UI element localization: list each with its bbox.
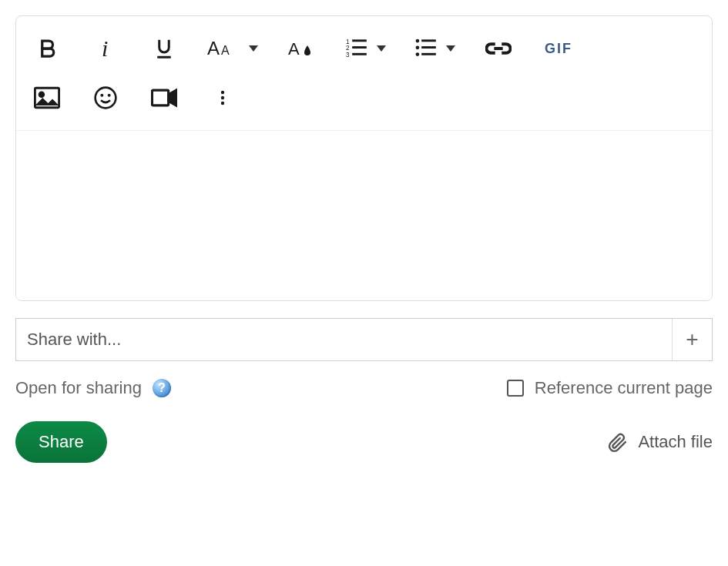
italic-icon: i (94, 37, 117, 60)
ordered-list-dropdown[interactable]: 1 2 3 (344, 33, 386, 64)
svg-rect-14 (421, 46, 436, 49)
font-size-icon: A A (207, 37, 241, 60)
chevron-down-icon (249, 45, 258, 52)
svg-rect-8 (352, 46, 367, 49)
toolbar-row-2 (32, 73, 696, 122)
svg-point-21 (100, 94, 103, 97)
emoji-icon (93, 85, 118, 110)
unordered-list-dropdown[interactable] (414, 33, 455, 64)
svg-point-24 (221, 91, 224, 94)
video-icon (151, 86, 177, 109)
svg-point-15 (416, 52, 420, 56)
options-row: Open for sharing ? Reference current pag… (15, 378, 713, 398)
svg-rect-12 (421, 39, 436, 42)
editor-container: i A A A (15, 15, 713, 301)
svg-rect-16 (421, 53, 436, 55)
share-button[interactable]: Share (15, 421, 107, 463)
help-icon[interactable]: ? (153, 379, 171, 397)
svg-text:A: A (288, 39, 300, 59)
attach-file-label: Attach file (638, 432, 713, 452)
add-recipient-button[interactable]: + (672, 319, 712, 360)
unordered-list-icon (414, 38, 438, 59)
more-vertical-icon (213, 86, 232, 109)
emoji-button[interactable] (90, 82, 121, 113)
svg-text:A: A (221, 44, 230, 57)
bold-button[interactable] (32, 33, 62, 64)
svg-point-26 (221, 102, 224, 105)
video-button[interactable] (149, 82, 179, 113)
toolbar: i A A A (16, 16, 712, 131)
italic-button[interactable]: i (90, 33, 121, 64)
paperclip-icon (607, 431, 629, 453)
svg-point-13 (416, 46, 420, 50)
svg-point-20 (96, 88, 116, 109)
editor-textarea[interactable] (16, 131, 712, 300)
text-color-icon: A (288, 37, 314, 60)
chevron-down-icon (377, 45, 386, 52)
link-icon (485, 37, 512, 60)
chevron-down-icon (446, 45, 455, 52)
share-with-row: + (15, 318, 713, 361)
ordered-list-icon: 1 2 3 (344, 38, 369, 59)
reference-page-label: Reference current page (535, 378, 713, 398)
reference-page-checkbox[interactable] (507, 380, 524, 397)
image-button[interactable] (32, 82, 62, 113)
svg-point-11 (416, 39, 420, 43)
svg-point-22 (108, 94, 111, 97)
gif-button[interactable]: GIF (542, 33, 575, 64)
open-for-sharing-label: Open for sharing (15, 378, 142, 398)
svg-text:A: A (207, 38, 220, 59)
text-color-button[interactable]: A (286, 33, 317, 64)
underline-icon (153, 37, 176, 60)
left-options: Open for sharing ? (15, 378, 171, 398)
svg-text:3: 3 (346, 52, 350, 59)
link-button[interactable] (483, 33, 514, 64)
svg-rect-6 (352, 39, 367, 42)
underline-button[interactable] (149, 33, 179, 64)
svg-point-19 (39, 92, 44, 97)
reference-page-group[interactable]: Reference current page (507, 378, 713, 398)
attach-file-button[interactable]: Attach file (607, 431, 713, 453)
bottom-row: Share Attach file (15, 421, 713, 463)
bold-icon (35, 37, 59, 60)
image-icon (34, 86, 60, 109)
svg-text:i: i (102, 37, 108, 60)
svg-rect-23 (152, 90, 168, 105)
svg-rect-10 (352, 53, 367, 55)
font-size-dropdown[interactable]: A A (207, 33, 258, 64)
share-with-input[interactable] (16, 319, 672, 360)
svg-point-25 (221, 96, 224, 99)
toolbar-row-1: i A A A (32, 24, 696, 73)
more-button[interactable] (207, 82, 238, 113)
